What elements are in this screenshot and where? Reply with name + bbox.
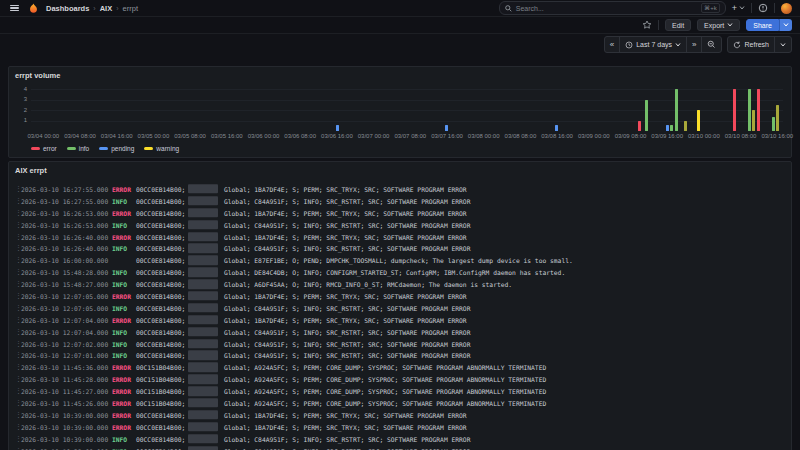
share-button[interactable]: Share [746, 19, 779, 31]
add-new-button[interactable]: + [732, 3, 745, 13]
legend-item-warning[interactable]: warning [144, 145, 179, 152]
help-button[interactable] [758, 3, 768, 13]
time-shift-forward-button[interactable]: » [687, 37, 702, 52]
log-row[interactable]: ⋮2026-03-10 10:39:00.000INFO00CC0EB14B00… [9, 445, 791, 450]
edit-button[interactable]: Edit [665, 19, 691, 31]
legend-swatch [144, 147, 153, 150]
log-redacted-field [188, 291, 218, 301]
bar-info [670, 125, 673, 131]
log-host-id: 00CC0EB14B00; [136, 197, 185, 204]
breadcrumb-item-errpt[interactable]: errpt [123, 4, 138, 13]
breadcrumb: Dashboards›AIX›errpt [46, 4, 138, 13]
log-row[interactable]: ⋮2026-03-10 16:26:53.000INFO00CC0EB14B00… [9, 219, 791, 231]
x-tick-label: 03/09 08:00 [615, 133, 647, 139]
log-row[interactable]: ⋮2026-03-10 10:39:00.000INFO00CC0E814B00… [9, 433, 791, 445]
log-timestamp: 2026-03-10 11:45:28.000 [21, 376, 108, 383]
export-button-label: Export [704, 22, 724, 29]
log-host-id: 00CC0EB14B00; [136, 233, 185, 240]
x-tick-label: 03/10 16:00 [761, 133, 793, 139]
log-timestamp: 2026-03-10 16:26:40.000 [21, 233, 108, 240]
bar-info [772, 117, 775, 131]
log-timestamp: 2026-03-10 12:07:05.000 [21, 292, 108, 299]
log-row[interactable]: ⋮2026-03-10 15:48:28.000INFO00CC0E814B00… [9, 266, 791, 278]
log-row[interactable]: ⋮2026-03-10 11:45:28.000ERROR00C151B04B0… [9, 373, 791, 385]
legend-item-info[interactable]: info [67, 145, 89, 152]
log-host-id: 00CC0E814B00; [136, 411, 185, 418]
log-row[interactable]: ⋮2026-03-10 11:45:26.000ERROR00C151B04B0… [9, 397, 791, 409]
log-timestamp: 2026-03-10 12:07:04.000 [21, 328, 108, 335]
search-input[interactable]: Search... ⌘+k [499, 1, 726, 15]
log-message: Global; C84A951F; S; INFO; SRC_RSTRT; SR… [224, 197, 470, 204]
log-redacted-field [188, 374, 218, 384]
menu-toggle-icon[interactable] [8, 3, 21, 14]
log-redacted-field [188, 208, 218, 218]
x-tick-label: 03/07 16:00 [431, 133, 463, 139]
log-timestamp: 2026-03-10 16:27:55.000 [21, 197, 108, 204]
x-tick-label: 03/10 08:00 [725, 133, 757, 139]
log-level: ERROR [112, 388, 131, 395]
log-level: ERROR [112, 376, 131, 383]
refresh-button[interactable]: Refresh [728, 37, 775, 52]
legend-label: info [79, 145, 89, 152]
time-range-picker[interactable]: Last 7 days [620, 37, 687, 52]
log-row[interactable]: ⋮2026-03-10 12:07:04.000INFO00CC0E814B00… [9, 326, 791, 338]
log-level: INFO [112, 435, 127, 442]
breadcrumb-item-aix[interactable]: AIX [100, 4, 113, 13]
legend-label: pending [111, 145, 134, 152]
log-host-id: 00CC0EB14B00; [136, 245, 185, 252]
time-controls: « Last 7 days » [604, 36, 792, 53]
bar-error [757, 89, 760, 131]
log-row[interactable]: ⋮2026-03-10 16:26:40.000INFO00CC0EB14B00… [9, 242, 791, 254]
log-row[interactable]: ⋮2026-03-10 12:07:05.000INFO00CC0EB14B00… [9, 302, 791, 314]
panel-errpt-volume: errpt volume 1234 03/04 00:0003/04 08:00… [8, 66, 792, 158]
time-shift-back-button[interactable]: « [605, 37, 620, 52]
breadcrumb-item-dashboards[interactable]: Dashboards [46, 4, 89, 13]
panel-title[interactable]: errpt volume [15, 71, 60, 80]
log-row[interactable]: ⋮2026-03-10 12:07:05.000ERROR00CC0EB14B0… [9, 290, 791, 302]
search-shortcut-badge: ⌘+k [701, 3, 720, 13]
log-row[interactable]: ⋮2026-03-10 12:07:04.000ERROR00CC0E814B0… [9, 314, 791, 326]
refresh-interval-button[interactable] [775, 37, 791, 52]
log-message: Global; 1BA7DF4E; S; PERM; SRC_TRYX; SRC… [224, 233, 467, 240]
log-row[interactable]: ⋮2026-03-10 15:48:27.000INFO00CC0E814B00… [9, 278, 791, 290]
log-host-id: 00CC0EB14B00; [136, 209, 185, 216]
log-row[interactable]: ⋮2026-03-10 11:45:36.000ERROR00C151B04B0… [9, 361, 791, 373]
log-host-id: 00C151B04B00; [136, 388, 185, 395]
log-row[interactable]: ⋮2026-03-10 12:07:02.000INFO00CC0EB14B00… [9, 338, 791, 350]
chevron-down-icon [739, 6, 745, 10]
log-row[interactable]: ⋮2026-03-10 16:00:00.00000CC0E814B00;Glo… [9, 254, 791, 266]
time-zoom-out-button[interactable] [702, 37, 721, 52]
chevron-down-icon [783, 23, 789, 27]
bar-pending [445, 125, 448, 131]
log-row[interactable]: ⋮2026-03-10 16:27:55.000INFO00CC0EB14B00… [9, 195, 791, 207]
log-row[interactable]: ⋮2026-03-10 12:07:01.000INFO00CC0E814B00… [9, 349, 791, 361]
user-avatar[interactable] [781, 3, 792, 14]
log-host-id: 00CC0EB14B00; [136, 221, 185, 228]
bar-pending [666, 125, 669, 131]
x-tick-label: 03/09 16:00 [651, 133, 683, 139]
log-message: Global; 1BA7DF4E; S; PERM; SRC_TRYX; SRC… [224, 411, 467, 418]
log-level: INFO [112, 352, 127, 359]
log-row[interactable]: ⋮2026-03-10 16:26:40.000ERROR00CC0EB14B0… [9, 231, 791, 243]
star-icon[interactable] [642, 20, 652, 30]
legend-item-error[interactable]: error [31, 145, 57, 152]
bar-warning [697, 110, 700, 131]
search-placeholder: Search... [516, 5, 697, 12]
bar-info [748, 89, 751, 131]
panel-title[interactable]: AIX errpt [15, 166, 47, 175]
legend-label: warning [156, 145, 179, 152]
log-row[interactable]: ⋮2026-03-10 11:45:27.000ERROR00C151B04B0… [9, 385, 791, 397]
log-row[interactable]: ⋮2026-03-10 10:39:00.000ERROR00CC0E814B0… [9, 409, 791, 421]
log-level: ERROR [112, 399, 131, 406]
log-row[interactable]: ⋮2026-03-10 16:26:53.000ERROR00CC0EB14B0… [9, 207, 791, 219]
log-row[interactable]: ⋮2026-03-10 16:27:55.000ERROR00CC0EB14B0… [9, 183, 791, 195]
export-button[interactable]: Export [697, 19, 740, 31]
grafana-logo-icon[interactable] [28, 3, 39, 14]
log-level: ERROR [112, 423, 131, 430]
y-tick-label: 2 [13, 107, 27, 113]
log-host-id: 00CC0EB14B00; [136, 423, 185, 430]
legend-item-pending[interactable]: pending [99, 145, 134, 152]
log-row[interactable]: ⋮2026-03-10 10:39:00.000ERROR00CC0EB14B0… [9, 421, 791, 433]
log-host-id: 00CC0EB14B00; [136, 304, 185, 311]
share-menu-button[interactable] [779, 19, 792, 31]
